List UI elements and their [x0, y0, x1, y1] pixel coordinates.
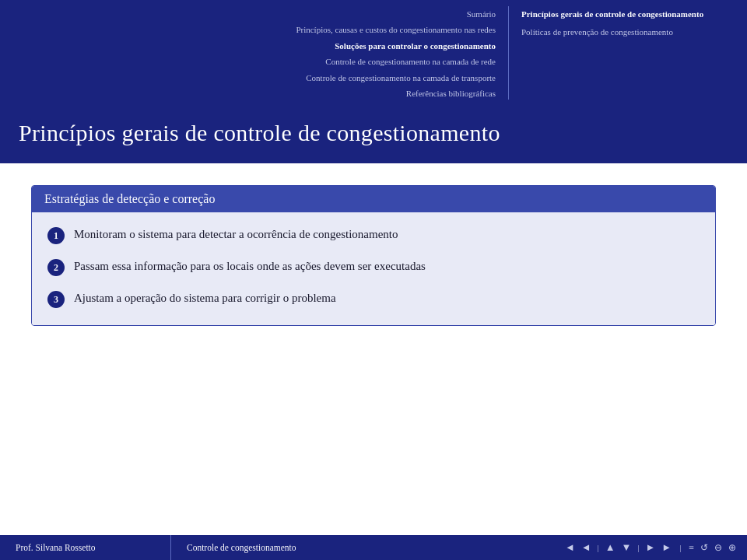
slide-title: Princípios gerais de controle de congest… — [19, 120, 728, 146]
top-navigation: Sumário Princípios, causas e custos do c… — [0, 0, 747, 106]
item-number-3: 3 — [47, 291, 65, 308]
strategy-item-3: 3 Ajustam a operação do sistema para cor… — [47, 290, 700, 308]
nav-inner: Sumário Princípios, causas e custos do c… — [12, 6, 735, 100]
nav-right-item-principios[interactable]: Princípios gerais de controle de congest… — [521, 9, 703, 19]
bottom-author: Prof. Silvana Rossetto — [16, 543, 96, 552]
bottom-right-nav: ◄ ◄ | ▲ ▼ | ► ► | ≡ ↺ ⊖ ⊕ — [554, 541, 747, 554]
strategy-item-2: 2 Passam essa informação para os locais … — [47, 258, 700, 276]
nav-zoom-in-button[interactable]: ⊕ — [727, 542, 738, 554]
nav-separator-2: | — [636, 544, 640, 552]
nav-prev-button[interactable]: ◄ — [580, 541, 593, 554]
item-number-2: 2 — [47, 259, 65, 276]
item-text-1: Monitoram o sistema para detectar a ocor… — [74, 226, 398, 243]
nav-item-controle-transporte[interactable]: Controle de congestionamento na camada d… — [306, 73, 496, 82]
nav-down-button[interactable]: ▼ — [620, 541, 633, 554]
bottom-center: Controle de congestionamento — [171, 543, 554, 552]
strategy-body: 1 Monitoram o sistema para detectar a oc… — [32, 212, 715, 325]
item-text-3: Ajustam a operação do sistema para corri… — [74, 290, 336, 307]
nav-item-principios[interactable]: Princípios, causas e custos do congestio… — [296, 25, 496, 34]
nav-refresh-button[interactable]: ↺ — [699, 542, 710, 554]
item-text-2: Passam essa informação para os locais on… — [74, 258, 426, 275]
nav-right-item-politicas[interactable]: Políticas de prevenção de congestionamen… — [521, 27, 673, 37]
main-content: Estratégias de detecção e correção 1 Mon… — [0, 163, 747, 348]
nav-next-button[interactable]: ► — [644, 541, 657, 554]
nav-last-button[interactable]: ► — [660, 541, 673, 554]
nav-separator-3: | — [676, 544, 684, 552]
nav-col-right: Princípios gerais de controle de congest… — [509, 6, 735, 100]
bottom-bar: Prof. Silvana Rossetto Controle de conge… — [0, 535, 747, 560]
nav-col-left: Sumário Princípios, causas e custos do c… — [12, 6, 509, 100]
nav-item-referencias[interactable]: Referências bibliográficas — [406, 89, 496, 98]
item-number-1: 1 — [47, 227, 65, 244]
title-section: Princípios gerais de controle de congest… — [0, 106, 747, 163]
nav-item-controle-rede[interactable]: Controle de congestionamento na camada d… — [325, 57, 496, 66]
bottom-left: Prof. Silvana Rossetto — [0, 535, 171, 560]
bottom-subject: Controle de congestionamento — [187, 543, 296, 552]
nav-item-sumario[interactable]: Sumário — [467, 9, 496, 19]
nav-item-solucoes[interactable]: Soluções para controlar o congestionamen… — [335, 41, 496, 51]
nav-menu-button[interactable]: ≡ — [687, 542, 696, 554]
strategy-header: Estratégias de detecção e correção — [32, 186, 715, 212]
nav-up-button[interactable]: ▲ — [604, 541, 617, 554]
nav-zoom-out-button[interactable]: ⊖ — [713, 542, 724, 554]
strategy-item-1: 1 Monitoram o sistema para detectar a oc… — [47, 226, 700, 244]
strategy-box: Estratégias de detecção e correção 1 Mon… — [31, 185, 716, 326]
nav-first-button[interactable]: ◄ — [563, 541, 577, 554]
nav-separator-1: | — [596, 544, 601, 552]
